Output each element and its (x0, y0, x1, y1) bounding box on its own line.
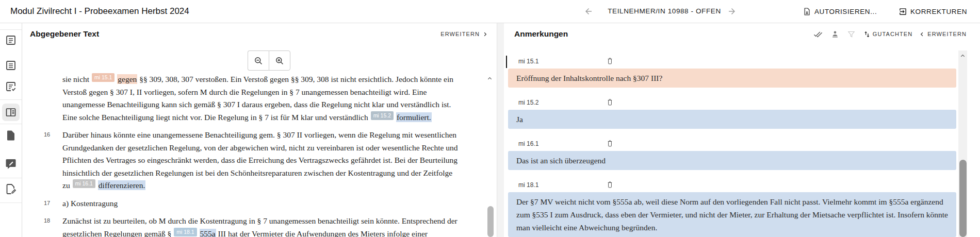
authorize-document-icon (803, 7, 811, 16)
sidebar-divider (0, 99, 22, 100)
annotation-card[interactable]: Ja (508, 110, 956, 129)
filter-icon[interactable] (846, 29, 857, 39)
comment-edit-icon (5, 158, 17, 170)
sidebar-divider (0, 124, 22, 124)
annotation-id: mi 18.1 (518, 181, 538, 189)
annotations-title: Anmerkungen (514, 23, 568, 45)
authorize-button[interactable]: AUTORISIEREN... (803, 0, 877, 23)
korrekturen-button[interactable]: KORREKTUREN (899, 0, 967, 23)
annotations-scrollbar-thumb[interactable] (959, 160, 967, 237)
annotation-card[interactable]: Eröffnung der Inhaltskontrolle nach §307… (508, 69, 956, 88)
text-scrollbar-thumb[interactable] (487, 206, 494, 237)
annotation-marker[interactable]: mi 15.2 (371, 111, 394, 120)
reader-view-icon (5, 106, 17, 118)
annotation-card[interactable]: Das ist an sich überzeugend (508, 151, 956, 170)
chevron-up-icon (487, 76, 493, 81)
highlighted-text[interactable]: gegen (117, 74, 137, 84)
document-text: hinsichtlich der gesetzlichen Regelungen… (62, 168, 452, 177)
document-line: a) Kostentragung (62, 197, 458, 210)
prev-participant-button[interactable] (584, 7, 593, 16)
document-text: III hat der Vermieter die Aufwendungen d… (216, 229, 428, 237)
sidebar-item-document-lines[interactable] (0, 57, 22, 74)
annotation-card[interactable]: Der §7 MV weicht nicht vom §555a ab, wei… (508, 192, 956, 237)
chevron-up-icon (960, 53, 966, 59)
sidebar-item-submitted-text[interactable] (0, 31, 22, 49)
expand-label: ERWEITERN (440, 31, 480, 37)
corrections-label: KORREKTUREN (910, 8, 967, 15)
document-check-icon (5, 80, 17, 93)
sidebar-item-document-check[interactable] (0, 78, 22, 95)
annotation-header: mi 16.1 (504, 138, 956, 150)
document-text: Grundgedanken der gesetzlichen Regelung,… (62, 143, 458, 152)
document-line: hinsichtlich der gesetzlichen Regelungen… (62, 167, 458, 180)
document-paragraph: 16Darüber hinaus könnte eine unangemesse… (62, 129, 458, 192)
annotation-id: mi 15.2 (518, 99, 538, 106)
left-icon-sidebar (0, 23, 22, 237)
sort-vertical-icon (863, 30, 871, 38)
annotation-id: mi 15.1 (518, 58, 538, 65)
zoom-out-button[interactable] (248, 50, 269, 71)
delete-annotation-icon[interactable] (606, 180, 615, 191)
submitted-text-header: Abgegebener Text ERWEITERN (22, 23, 497, 45)
document-text: unangemesse Benachteiligung kann sich ge… (62, 100, 451, 109)
submitted-text-title: Abgegebener Text (30, 23, 99, 45)
expand-text-panel-button[interactable]: ERWEITERN (440, 23, 488, 45)
gutachten-sort-button[interactable]: GUTACHTEN (863, 30, 913, 38)
annotation-header: mi 15.2 (504, 97, 956, 109)
document-line: Verstoß gegen § 307 I, II vorliegen, sof… (62, 86, 458, 99)
document-lines-icon (5, 59, 17, 72)
sidebar-item-page-edit[interactable] (0, 180, 22, 198)
assign-user-icon[interactable] (830, 29, 840, 39)
submitted-text-document: sie nicht mi 15.1 gegen §§ 309, 308, 307… (62, 73, 458, 237)
participant-status: TEILNEHMER/IN 10988 - OFFEN (602, 0, 726, 23)
annotation-marker[interactable]: mi 16.1 (73, 179, 95, 188)
document-line: Zunächst ist zu beurteilen, ob M durch d… (62, 215, 458, 228)
annotation-header: mi 18.1 (504, 179, 956, 192)
annotations-scroll-up-button[interactable] (958, 52, 967, 60)
annotation-list: mi 15.1Eröffnung der Inhaltskontrolle na… (504, 56, 956, 237)
highlighted-text[interactable]: differenzieren. (98, 180, 146, 190)
highlighted-text[interactable]: formuliert. (396, 112, 432, 122)
document-line: sie nicht mi 15.1 gegen §§ 309, 308, 307… (62, 73, 458, 86)
document-text: zu (62, 181, 72, 190)
delete-annotation-icon[interactable] (606, 139, 615, 149)
top-bar: Modul Zivilrecht I - Probeexamen Herbst … (0, 0, 980, 23)
sidebar-item-blank-page[interactable] (0, 127, 22, 144)
document-line: Pflichten des Vertrages so eingeschränkt… (62, 154, 458, 167)
erweitern-label: ERWEITERN (927, 31, 967, 37)
chevron-right-icon (482, 31, 488, 38)
collapse-annotations-button[interactable]: ERWEITERN (919, 31, 967, 38)
document-text: gesetzlichen Regelungen gemäß § (62, 229, 173, 237)
document-line: Darüber hinaus könnte eine unangemessene… (62, 129, 458, 142)
document-text: §§ 309, 308, 307 verstoßen. Ein Verstoß … (137, 75, 453, 83)
sidebar-item-comment-edit[interactable] (0, 155, 22, 173)
annotations-header: Anmerkungen GUTACHTEN ERWEITERN (504, 23, 980, 45)
text-scroll-up-button[interactable] (485, 74, 494, 82)
line-number: 16 (44, 131, 50, 138)
document-text: Verstoß gegen § 307 I, II vorliegen, sof… (62, 88, 427, 96)
submitted-text-panel: Abgegebener Text ERWEITERN sie nicht mi … (22, 23, 497, 237)
document-paragraph: 18Zunächst ist zu beurteilen, ob M durch… (62, 215, 458, 237)
document-line: Eine solche Benachteiligung liegt nicht … (62, 111, 458, 124)
document-text: Darüber hinaus könnte eine unangemessene… (62, 130, 456, 139)
highlighted-text[interactable]: 555a (200, 229, 216, 237)
delete-annotation-icon[interactable] (606, 57, 615, 67)
zoom-in-icon (274, 56, 285, 66)
document-paragraph: 17a) Kostentragung (62, 197, 458, 210)
submitted-text-icon (5, 34, 17, 46)
sidebar-divider (0, 202, 22, 203)
zoom-in-button[interactable] (269, 50, 290, 71)
document-text: sie nicht (62, 75, 91, 83)
done-all-icon[interactable] (813, 29, 824, 39)
delete-annotation-icon[interactable] (606, 98, 615, 108)
sidebar-item-reader-view[interactable] (2, 104, 20, 121)
panel-divider (497, 23, 504, 237)
annotations-toolbar: GUTACHTEN ERWEITERN (813, 23, 967, 45)
next-participant-button[interactable] (727, 7, 737, 16)
authorize-label: AUTORISIEREN... (814, 8, 877, 15)
sidebar-divider (0, 178, 22, 178)
chevron-left-icon (919, 31, 925, 38)
document-line: Grundgedanken der gesetzlichen Regelung,… (62, 142, 458, 155)
annotation-marker[interactable]: mi 15.1 (92, 73, 115, 82)
annotation-marker[interactable]: mi 18.1 (174, 228, 197, 236)
